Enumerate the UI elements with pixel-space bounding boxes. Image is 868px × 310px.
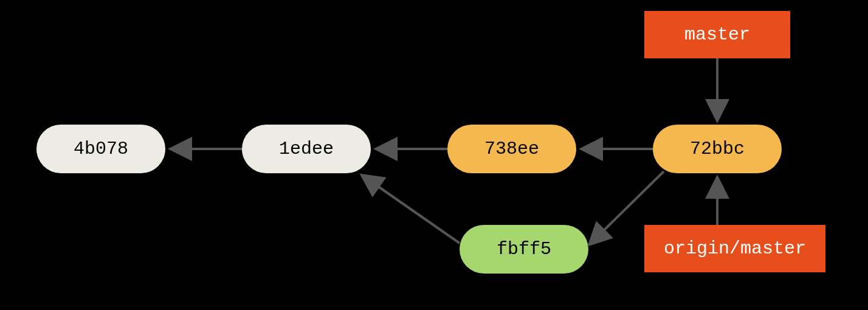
arrows-layer [0,0,868,310]
edge-fbff5-1edee [363,176,460,243]
edge-72bbc-fbff5 [591,171,664,243]
